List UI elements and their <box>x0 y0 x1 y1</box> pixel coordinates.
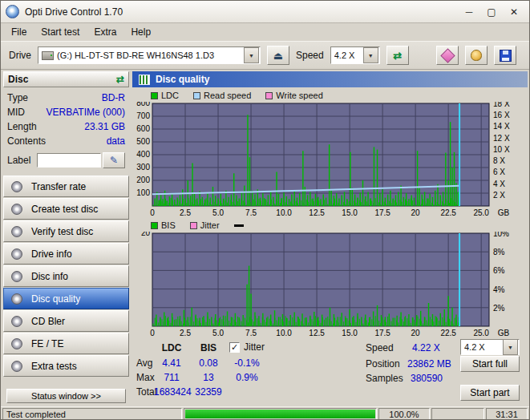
svg-text:20: 20 <box>141 232 151 237</box>
sidebar-item-label: Create test disc <box>31 204 98 215</box>
start-full-button[interactable]: Start full <box>460 356 520 372</box>
sidebar-item-cd-bler[interactable]: CD Bler <box>3 310 129 332</box>
sidebar-item-transfer-rate[interactable]: Transfer rate <box>3 176 129 197</box>
svg-text:GB: GB <box>498 208 510 217</box>
toolbar: Drive (G:) HL-DT-ST BD-RE WH16NS48 1.D3 … <box>1 41 529 70</box>
disc-info-icon <box>11 271 22 282</box>
edit-label-button[interactable]: ✎ <box>103 152 125 168</box>
chart-icon <box>139 75 150 85</box>
bis-jitter-chart: 2010%8%6%4%2%02.55.07.510.012.515.017.52… <box>131 232 528 339</box>
svg-text:17.5: 17.5 <box>374 208 390 217</box>
svg-text:7.5: 7.5 <box>245 329 257 337</box>
menu-start-test[interactable]: Start test <box>34 24 87 40</box>
svg-text:0: 0 <box>150 329 155 337</box>
legend-swatch <box>190 222 197 229</box>
start-part-button[interactable]: Start part <box>460 385 520 401</box>
sidebar-item-disc-quality[interactable]: Disc quality <box>3 288 129 309</box>
max-jitter-value: 0.9% <box>226 372 268 383</box>
window-title: Opti Drive Control 1.70 <box>25 6 457 18</box>
svg-text:7.5: 7.5 <box>245 208 257 217</box>
save-results-button[interactable] <box>494 46 516 65</box>
menu-extra[interactable]: Extra <box>87 24 123 40</box>
chevron-down-icon[interactable]: ▼ <box>503 339 518 355</box>
drive-select-value: (G:) HL-DT-ST BD-RE WH16NS48 1.D3 <box>57 50 243 60</box>
svg-text:25.0: 25.0 <box>473 329 489 337</box>
total-bis-value: 32359 <box>192 386 225 398</box>
chevron-down-icon[interactable]: ▼ <box>244 47 259 63</box>
svg-text:22.5: 22.5 <box>440 329 456 337</box>
bis-jitter-legend: BISJitter <box>151 220 244 230</box>
ldc-read-speed-chart: 80070060050040030020010018 X16 X14 X12 X… <box>131 102 528 219</box>
svg-text:22.5: 22.5 <box>440 208 456 217</box>
close-button[interactable]: ✕ <box>504 4 524 20</box>
sidebar-item-label: FE / TE <box>31 338 63 349</box>
info-value: data <box>107 135 125 147</box>
eject-button[interactable]: ⏏ <box>267 46 289 65</box>
titlebar[interactable]: Opti Drive Control 1.70 ─ ▢ ✕ <box>1 1 529 23</box>
menu-help[interactable]: Help <box>123 24 158 40</box>
svg-text:100: 100 <box>136 188 150 197</box>
disc-label-input[interactable] <box>37 153 101 168</box>
refresh-button[interactable]: ⇄ <box>386 46 409 65</box>
total-ldc-value: 1683424 <box>154 386 189 398</box>
svg-text:8 X: 8 X <box>493 156 505 165</box>
bis-legend: BIS <box>151 220 176 230</box>
svg-text:800: 800 <box>136 102 150 107</box>
info-value: 23.31 GB <box>84 121 125 132</box>
speed-select-value: 4.2 X <box>334 50 362 60</box>
disc-quality-icon <box>11 293 22 305</box>
sidebar-item-label: Disc quality <box>31 293 80 305</box>
transfer-rate-icon <box>11 181 22 192</box>
svg-text:16 X: 16 X <box>493 111 510 119</box>
avg-row-label: Avg <box>136 357 152 369</box>
sidebar-item-label: CD Bler <box>31 316 65 327</box>
speed-select[interactable]: 4.2 X ▼ <box>330 46 380 64</box>
checkbox-icon[interactable]: ✓ <box>229 342 240 353</box>
sidebar-item-drive-info[interactable]: Drive info <box>3 243 129 265</box>
drive-info-icon <box>11 248 22 260</box>
legend-swatch <box>151 92 158 99</box>
info-value: VERBATIMe (000) <box>47 107 125 118</box>
speed-result-value: 4.22 X <box>412 342 440 353</box>
drive-select[interactable]: (G:) HL-DT-ST BD-RE WH16NS48 1.D3 ▼ <box>38 46 261 64</box>
label-row: Label ✎ <box>7 151 125 169</box>
refresh-icon: ⇄ <box>393 50 402 61</box>
status-window-button[interactable]: Status window >> <box>6 389 126 403</box>
cd-bler-icon <box>11 316 22 327</box>
sidebar: Disc ⇄ TypeBD-RMIDVERBATIMe (000)Length2… <box>3 71 129 406</box>
statusbar-spacer <box>431 408 484 420</box>
erase-disc-button[interactable] <box>436 46 459 65</box>
max-row-label: Max <box>136 372 155 383</box>
menu-file[interactable]: File <box>4 24 34 40</box>
disc-section-title: Disc <box>8 74 28 85</box>
svg-text:500: 500 <box>136 137 150 146</box>
disc-section-header: Disc ⇄ <box>3 71 129 87</box>
svg-text:10.0: 10.0 <box>276 208 292 217</box>
eraser-icon <box>440 48 455 63</box>
maximize-button[interactable]: ▢ <box>481 4 502 20</box>
samples-value: 380590 <box>411 373 443 384</box>
sidebar-item-extra-tests[interactable]: Extra tests <box>3 355 129 377</box>
svg-text:6%: 6% <box>493 266 505 275</box>
svg-text:300: 300 <box>136 163 150 172</box>
disc-refresh-icon[interactable]: ⇄ <box>116 74 124 85</box>
sidebar-item-label: Verify test disc <box>31 226 93 237</box>
info-label: Contents <box>7 135 46 147</box>
drive-label: Drive <box>9 50 31 61</box>
jitter-checkbox[interactable]: ✓ Jitter <box>229 341 265 353</box>
samples-label: Samples <box>366 373 403 384</box>
svg-text:10%: 10% <box>493 232 509 238</box>
svg-text:20: 20 <box>411 208 421 217</box>
chevron-down-icon[interactable]: ▼ <box>363 47 378 63</box>
panel-header: Disc quality <box>132 71 528 87</box>
sidebar-item-fe-te[interactable]: FE / TE <box>3 333 129 354</box>
svg-text:6 X: 6 X <box>493 168 505 176</box>
speed-label: Speed <box>296 50 324 61</box>
sidebar-item-create-test-disc[interactable]: Create test disc <box>3 198 129 220</box>
test-speed-select[interactable]: 4.2 X ▼ <box>460 339 520 355</box>
sidebar-item-verify-test-disc[interactable]: Verify test disc <box>3 220 129 242</box>
minimize-button[interactable]: ─ <box>459 4 479 20</box>
sidebar-item-disc-info[interactable]: Disc info <box>3 265 129 287</box>
disc-info-mid: MIDVERBATIMe (000) <box>7 105 125 119</box>
tools-button[interactable] <box>465 46 488 65</box>
